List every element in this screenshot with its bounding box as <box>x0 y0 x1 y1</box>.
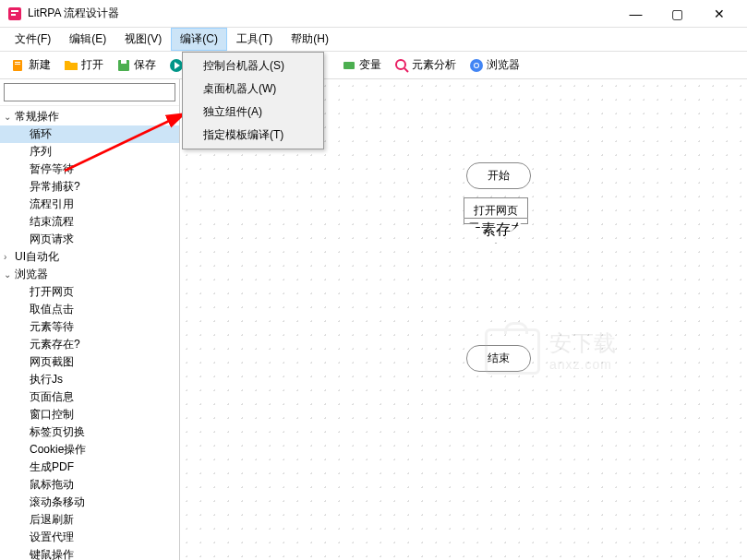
svg-rect-2 <box>11 14 16 16</box>
tree-node-label: 键鼠操作 <box>30 547 74 560</box>
tree-node-label: 窗口控制 <box>30 407 74 423</box>
svg-point-10 <box>396 60 405 69</box>
new-icon <box>11 58 26 73</box>
flow-canvas[interactable]: 开始 打开网页 元素存在 结束 安下载 anxz.com <box>180 79 747 560</box>
tree-node-1[interactable]: 循环 <box>0 125 179 143</box>
tree-node-20[interactable]: 生成PDF <box>0 459 179 476</box>
tree-node-label: UI自动化 <box>15 249 59 265</box>
maximize-button[interactable]: ▢ <box>657 0 698 28</box>
tree-node-0[interactable]: ⌄常规操作 <box>0 108 179 125</box>
svg-rect-1 <box>11 10 18 12</box>
save-icon <box>116 58 131 73</box>
tree-node-9[interactable]: ⌄浏览器 <box>0 266 179 283</box>
dropdown-template[interactable]: 指定模板编译(T) <box>185 124 321 147</box>
tree-node-13[interactable]: 元素存在? <box>0 336 179 353</box>
svg-rect-7 <box>121 60 127 64</box>
menu-file[interactable]: 文件(F) <box>6 28 60 51</box>
menu-edit[interactable]: 编辑(E) <box>60 28 115 51</box>
tree-node-label: 流程引用 <box>30 197 74 212</box>
chevron-right-icon[interactable]: › <box>4 252 15 262</box>
chevron-down-icon[interactable]: ⌄ <box>4 112 15 122</box>
tree-node-label: 执行Js <box>30 372 63 387</box>
tree-node-24[interactable]: 设置代理 <box>0 529 179 546</box>
tree-node-label: 设置代理 <box>30 530 74 545</box>
svg-rect-5 <box>15 64 20 65</box>
dropdown-desktop-robot[interactable]: 桌面机器人(W) <box>185 77 321 101</box>
tree-node-17[interactable]: 窗口控制 <box>0 406 179 423</box>
tree-node-label: 打开网页 <box>30 284 74 300</box>
search-input[interactable] <box>4 83 175 101</box>
toolbar-save[interactable]: 保存 <box>111 54 162 76</box>
tree-node-label: 浏览器 <box>15 267 48 282</box>
tree-node-8[interactable]: ›UI自动化 <box>0 248 179 266</box>
tree-node-label: 网页请求 <box>30 232 74 247</box>
tree-node-18[interactable]: 标签页切换 <box>0 423 179 441</box>
tree-node-19[interactable]: Cookie操作 <box>0 441 179 459</box>
chevron-down-icon[interactable]: ⌄ <box>4 269 15 280</box>
menu-tools[interactable]: 工具(T) <box>227 28 282 51</box>
flow-node-end[interactable]: 结束 <box>466 345 531 372</box>
tree-node-23[interactable]: 后退刷新 <box>0 511 179 529</box>
flow-node-element-exists[interactable]: 元素存在 <box>464 218 528 244</box>
toolbar-open[interactable]: 打开 <box>58 54 109 76</box>
toolbar-element-analysis[interactable]: 元素分析 <box>389 54 462 76</box>
window-title: LitRPA 流程设计器 <box>28 6 615 21</box>
dropdown-console-robot[interactable]: 控制台机器人(S) <box>185 54 321 77</box>
tree-node-label: 元素等待 <box>30 319 74 335</box>
menu-view[interactable]: 视图(V) <box>115 28 171 51</box>
minimize-button[interactable]: — <box>615 0 657 28</box>
tree-node-label: 常规操作 <box>15 109 59 125</box>
app-icon <box>7 6 22 21</box>
flow-node-start[interactable]: 开始 <box>466 162 531 189</box>
tree-node-15[interactable]: 执行Js <box>0 371 179 388</box>
tree-node-12[interactable]: 元素等待 <box>0 318 179 336</box>
tree-node-3[interactable]: 暂停等待 <box>0 161 179 178</box>
tree-node-14[interactable]: 网页截图 <box>0 353 179 371</box>
tree-node-11[interactable]: 取值点击 <box>0 301 179 318</box>
tree-node-7[interactable]: 网页请求 <box>0 231 179 248</box>
toolbar-save-label: 保存 <box>134 57 156 73</box>
menu-help[interactable]: 帮助(H) <box>282 28 338 51</box>
svg-rect-9 <box>343 62 355 69</box>
tree-node-label: 标签页切换 <box>30 424 85 440</box>
search-box <box>0 79 179 106</box>
tree-node-label: 暂停等待 <box>30 161 74 177</box>
tree-node-22[interactable]: 滚动条移动 <box>0 494 179 511</box>
toolbar-new-label: 新建 <box>29 57 51 73</box>
tree-node-6[interactable]: 结束流程 <box>0 213 179 231</box>
tree-node-label: 循环 <box>30 126 52 142</box>
tree-node-label: 网页截图 <box>30 354 74 370</box>
tree-node-label: 异常捕获? <box>30 179 80 195</box>
dropdown-standalone[interactable]: 独立组件(A) <box>185 101 321 124</box>
title-bar: LitRPA 流程设计器 — ▢ ✕ <box>0 0 747 28</box>
browser-icon <box>469 58 484 73</box>
tree-node-10[interactable]: 打开网页 <box>0 283 179 301</box>
tree-node-21[interactable]: 鼠标拖动 <box>0 476 179 494</box>
toolbar-open-label: 打开 <box>81 57 103 73</box>
tree-node-2[interactable]: 序列 <box>0 143 179 161</box>
close-button[interactable]: ✕ <box>698 0 740 28</box>
toolbar-new[interactable]: 新建 <box>6 54 56 76</box>
tree-node-label: 页面信息 <box>30 389 74 405</box>
open-icon <box>64 58 78 73</box>
tree-node-label: 元素存在? <box>30 337 80 352</box>
analysis-icon <box>394 58 409 73</box>
tree-node-label: 生成PDF <box>30 459 74 475</box>
tree-node-label: 后退刷新 <box>30 512 74 528</box>
tree-view[interactable]: ⌄常规操作循环序列暂停等待异常捕获?流程引用结束流程网页请求›UI自动化⌄浏览器… <box>0 106 179 560</box>
tree-node-4[interactable]: 异常捕获? <box>0 178 179 196</box>
tree-node-5[interactable]: 流程引用 <box>0 196 179 213</box>
tree-node-label: 序列 <box>30 144 52 160</box>
menu-bar: 文件(F) 编辑(E) 视图(V) 编译(C) 工具(T) 帮助(H) <box>0 28 747 52</box>
tree-node-25[interactable]: 键鼠操作 <box>0 546 179 560</box>
toolbar-browser[interactable]: 浏览器 <box>464 54 525 76</box>
tree-node-label: 结束流程 <box>30 214 74 230</box>
menu-compile[interactable]: 编译(C) <box>171 28 227 51</box>
svg-line-11 <box>404 68 408 72</box>
toolbar-analysis-label: 元素分析 <box>412 57 456 73</box>
toolbar-variable[interactable]: 变量 <box>336 54 387 76</box>
svg-rect-3 <box>13 60 22 71</box>
svg-rect-4 <box>15 62 20 63</box>
svg-point-14 <box>475 64 478 67</box>
tree-node-16[interactable]: 页面信息 <box>0 388 179 406</box>
